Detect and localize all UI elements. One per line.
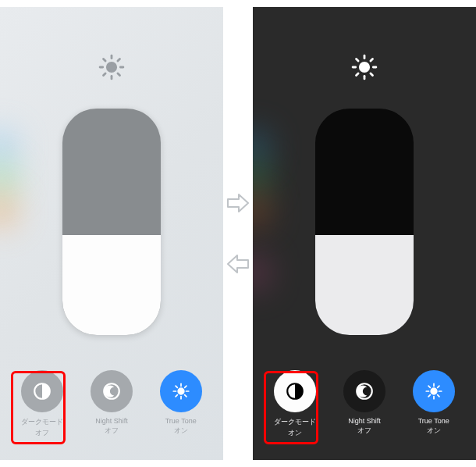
- svg-line-27: [357, 73, 359, 76]
- true-tone-icon: [413, 370, 455, 412]
- svg-line-16: [176, 386, 177, 387]
- svg-point-20: [360, 62, 368, 71]
- arrow-left-icon: [226, 253, 250, 275]
- brightness-slider[interactable]: [315, 109, 414, 335]
- true-tone-toggle[interactable]: True Tone オン: [402, 370, 466, 438]
- display-toggles-row: ダークモード オフ Night Shift オフ True Tone オン: [0, 370, 223, 438]
- svg-line-8: [118, 59, 120, 62]
- brightness-slider-fill: [315, 235, 414, 335]
- svg-line-36: [428, 386, 430, 387]
- night-shift-status: オフ: [357, 426, 371, 436]
- svg-line-17: [184, 395, 186, 397]
- display-toggles-row: ダークモード オン Night Shift オフ True Tone オン: [253, 370, 476, 438]
- true-tone-status: オン: [427, 426, 441, 436]
- svg-line-38: [428, 395, 430, 397]
- svg-line-18: [176, 395, 177, 397]
- svg-line-23: [357, 59, 359, 62]
- night-shift-toggle[interactable]: Night Shift オフ: [80, 370, 144, 438]
- brightness-panel-light: ダークモード オフ Night Shift オフ True Tone オン: [0, 7, 223, 460]
- svg-line-3: [104, 59, 106, 62]
- svg-point-11: [178, 388, 184, 394]
- true-tone-label: True Tone: [165, 417, 197, 425]
- arrow-right-icon: [226, 192, 250, 214]
- dark-mode-icon: [21, 370, 63, 412]
- night-shift-label: Night Shift: [95, 417, 128, 425]
- brightness-panel-dark: ダークモード オン Night Shift オフ True Tone オン: [253, 7, 476, 460]
- brightness-sun-icon: [351, 54, 378, 84]
- svg-point-0: [107, 62, 115, 71]
- svg-line-19: [184, 386, 186, 387]
- svg-line-24: [371, 73, 373, 76]
- svg-line-37: [437, 395, 439, 397]
- svg-line-28: [371, 59, 373, 62]
- night-shift-toggle[interactable]: Night Shift オフ: [332, 370, 396, 438]
- true-tone-status: オン: [174, 426, 188, 436]
- dark-mode-status: オン: [288, 428, 302, 438]
- night-shift-icon: [343, 370, 385, 412]
- night-shift-icon: [91, 370, 133, 412]
- dark-mode-toggle[interactable]: ダークモード オフ: [10, 370, 74, 438]
- svg-point-31: [431, 388, 437, 394]
- brightness-sun-icon: [98, 54, 125, 84]
- dark-mode-status: オフ: [35, 428, 49, 438]
- brightness-slider-fill: [62, 235, 161, 335]
- true-tone-icon: [160, 370, 202, 412]
- night-shift-status: オフ: [105, 426, 119, 436]
- svg-line-4: [118, 73, 120, 76]
- svg-line-39: [437, 386, 439, 387]
- svg-line-7: [104, 73, 106, 76]
- dark-mode-label: ダークモード: [21, 417, 63, 427]
- night-shift-label: Night Shift: [348, 417, 381, 425]
- true-tone-label: True Tone: [418, 417, 449, 425]
- transition-arrows: [223, 7, 253, 460]
- true-tone-toggle[interactable]: True Tone オン: [149, 370, 213, 438]
- dark-mode-toggle[interactable]: ダークモード オン: [263, 370, 327, 438]
- dark-mode-icon: [274, 370, 316, 412]
- dark-mode-label: ダークモード: [274, 417, 316, 427]
- brightness-slider[interactable]: [62, 109, 161, 335]
